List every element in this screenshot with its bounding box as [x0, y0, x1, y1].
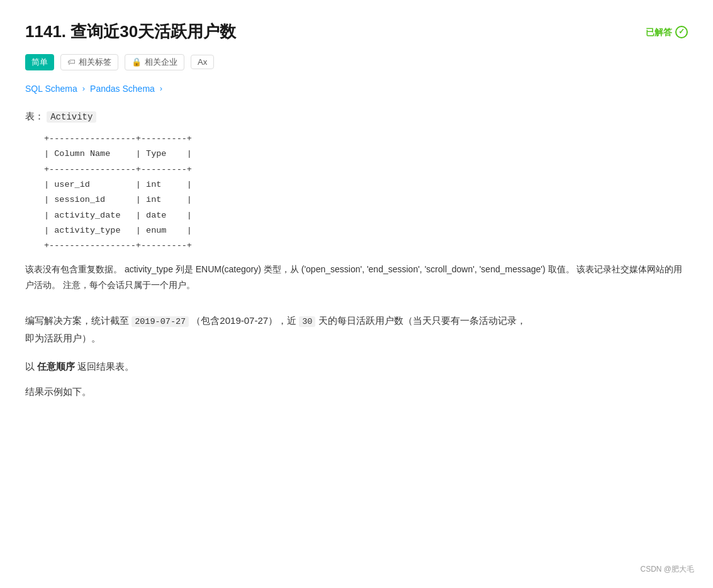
problem-line1-suffix: 天的每日活跃用户数（当天只要有一条活动记录，	[318, 315, 526, 326]
pandas-schema-chevron: ›	[160, 82, 162, 96]
return-line: 以 任意顺序 返回结果表。	[25, 359, 688, 374]
check-icon: ✓	[675, 26, 688, 38]
page-header: 1141. 查询近30天活跃用户数 已解答 ✓	[25, 19, 688, 45]
problem-line2: 即为活跃用户）。	[25, 330, 688, 347]
related-companies-button[interactable]: 🔒 相关企业	[125, 54, 184, 70]
num-highlight: 30	[299, 316, 315, 327]
problem-title: 查询近30天活跃用户数	[70, 22, 236, 41]
difficulty-tag[interactable]: 简单	[25, 54, 54, 71]
pandas-schema-link[interactable]: Pandas Schema	[90, 82, 155, 96]
table-label: 表： Activity	[25, 109, 688, 124]
sql-schema-chevron: ›	[82, 82, 85, 96]
problem-line1: 编写解决方案，统计截至 2019-07-27 （包含2019-07-27），近 …	[25, 312, 688, 330]
table-name: Activity	[47, 111, 96, 123]
font-icon-label: Ax	[198, 57, 207, 67]
result-example: 结果示例如下。	[25, 384, 688, 399]
return-order: 以 任意顺序 返回结果表。	[25, 359, 688, 374]
description-block: 该表没有包含重复数据。 activity_type 列是 ENUM(catego…	[25, 262, 688, 293]
sql-schema-link[interactable]: SQL Schema	[25, 82, 77, 96]
schema-table-wrapper: +-----------------+---------+ | Column N…	[44, 131, 688, 253]
tag-icon: 🏷	[67, 57, 76, 67]
lock-icon: 🔒	[132, 57, 142, 67]
related-tags-button[interactable]: 🏷 相关标签	[60, 54, 118, 70]
problem-section: 编写解决方案，统计截至 2019-07-27 （包含2019-07-27），近 …	[25, 312, 688, 347]
example-line: 结果示例如下。	[25, 384, 688, 399]
tags-row: 简单 🏷 相关标签 🔒 相关企业 Ax	[25, 54, 688, 71]
solved-text: 已解答	[646, 25, 672, 39]
solved-badge: 已解答 ✓	[646, 25, 688, 39]
font-button[interactable]: Ax	[191, 55, 214, 69]
related-companies-label: 相关企业	[145, 57, 177, 68]
page-title: 1141. 查询近30天活跃用户数	[25, 19, 236, 45]
problem-line1-middle: （包含2019-07-27），近	[191, 315, 296, 326]
schema-table: +-----------------+---------+ | Column N…	[44, 131, 688, 253]
problem-line1-prefix: 编写解决方案，统计截至	[25, 315, 129, 326]
date-highlight: 2019-07-27	[132, 316, 189, 327]
problem-number: 1141.	[25, 22, 66, 41]
schema-nav: SQL Schema › Pandas Schema ›	[25, 82, 688, 96]
return-bold: 任意顺序	[37, 361, 75, 372]
related-tags-label: 相关标签	[79, 57, 111, 68]
table-label-prefix: 表：	[25, 111, 44, 121]
